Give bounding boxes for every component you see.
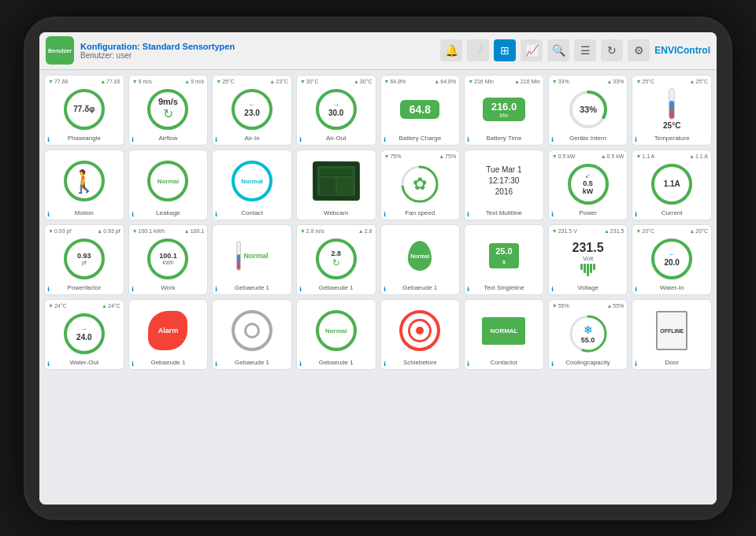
sensor-gebaeude1-c[interactable]: Normal Gebaeude 1 ℹ bbox=[380, 224, 461, 295]
door-body: OFFLINE bbox=[636, 305, 708, 357]
sensor-top-phase: ▼ 77.δδ ▲ 77.δδ bbox=[48, 79, 120, 84]
fan-info: ℹ bbox=[384, 211, 386, 218]
svg-rect-5 bbox=[320, 168, 353, 176]
contact-info: ℹ bbox=[215, 211, 217, 218]
airflow-info: ℹ bbox=[132, 136, 134, 143]
airflow-gauge: 9m/s ↻ bbox=[147, 89, 188, 130]
geba-info: ℹ bbox=[215, 286, 217, 293]
airin-info: ℹ bbox=[215, 136, 217, 143]
gebd-label: Gebaeude 1 bbox=[150, 359, 185, 366]
motion-display: 🚶 bbox=[64, 161, 105, 201]
airin-body: ← 23.0 bbox=[216, 86, 288, 133]
voltage-body: 231.5 Volt bbox=[552, 235, 624, 283]
sensor-schiebetore[interactable]: Schiebetore ℹ bbox=[380, 299, 461, 370]
sensor-current[interactable]: ▼ 1.1 A ▲ 1.1 A 1.1A Current ℹ bbox=[632, 150, 712, 220]
sensor-air-in[interactable]: ▼ 25°C ▲ 23°C ← 23.0 Air-In ℹ bbox=[212, 75, 292, 146]
airflow-value: 9m/s bbox=[158, 97, 178, 106]
geraete-label: Geräte Intern bbox=[569, 135, 606, 142]
work-gauge: 100.1 kWh bbox=[147, 238, 188, 279]
temp-value: 25°C bbox=[663, 121, 680, 130]
sensor-voltage[interactable]: ▼ 231.5 V ▲ 231.5 231.5 Volt bbox=[548, 224, 628, 295]
grid-icon[interactable]: ⊞ bbox=[494, 39, 516, 61]
header-toolbar: 🔔 ❔ ⊞ 📈 🔍 ☰ ↻ ⚙ ENVIControl bbox=[440, 39, 710, 61]
sensor-top-wo: ▼ 24°C ▲ 24°C bbox=[48, 303, 120, 309]
contact-display: Normal bbox=[232, 161, 272, 201]
sensor-contact[interactable]: Normal Contact ℹ bbox=[212, 150, 292, 220]
sensor-temperature[interactable]: ▼ 25°C ▲ 25°C 25°C Temperature ℹ bbox=[632, 75, 712, 146]
sensor-gebaeude1-f[interactable]: Normal Gebaeude 1 ℹ bbox=[296, 299, 376, 370]
gebb-value: 2.8 bbox=[331, 250, 341, 257]
svg-text:33%: 33% bbox=[580, 105, 597, 114]
gebf-info: ℹ bbox=[299, 360, 302, 368]
motion-body: 🚶 bbox=[48, 155, 120, 208]
single-info: ℹ bbox=[467, 286, 469, 293]
airout-gauge: → 30.0 bbox=[316, 89, 357, 130]
gebc-info: ℹ bbox=[384, 286, 386, 293]
battery-charge-display: 64.8 bbox=[400, 100, 439, 119]
sensor-airflow[interactable]: ▼ 9 m/s ▲ 9 m/s 9m/s ↻ Airflow ℹ bbox=[128, 75, 209, 146]
sensor-grid: ▼ 77.δδ ▲ 77.δδ 77.δφ Phaseangle ℹ ▼ 9 m… bbox=[44, 75, 712, 370]
list-icon[interactable]: ☰ bbox=[574, 39, 596, 61]
sensor-text-multiline[interactable]: Tue Mar 112:17:302016 Text Multiline ℹ bbox=[464, 150, 544, 220]
cool-label: Coolingcapacity bbox=[565, 359, 610, 366]
sensor-gebaeude1-e[interactable]: Gebaeude 1 ℹ bbox=[212, 299, 292, 370]
sensor-coolingcapacity[interactable]: ▼ 55% ▲ 55% ❄ 55.0 bbox=[548, 299, 628, 370]
search-icon[interactable]: 🔍 bbox=[547, 39, 569, 61]
sensor-powerfactor[interactable]: ▼ 0.93 pf ▲ 0.93 pf 0.93 pf Powerfactor … bbox=[44, 224, 124, 295]
leakage-info: ℹ bbox=[132, 211, 134, 218]
geba-thermo bbox=[236, 241, 241, 271]
sensor-gebaeude1-b[interactable]: ▼ 2.8 m/s ▲ 2.8 2.8 ↻ Gebaeude 1 ℹ bbox=[296, 224, 376, 295]
sensor-content[interactable]: ▼ 77.δδ ▲ 77.δδ 77.δφ Phaseangle ℹ ▼ 9 m… bbox=[39, 70, 717, 505]
sensor-power[interactable]: ▼ 0.5 kW ▲ 0.5 kW ↙ 0.5kW Power ℹ bbox=[548, 150, 628, 220]
sensor-phase-angle[interactable]: ▼ 77.δδ ▲ 77.δδ 77.δφ Phaseangle ℹ bbox=[44, 75, 124, 146]
sensor-door[interactable]: OFFLINE Door ℹ bbox=[632, 299, 712, 370]
airin-value: ← 23.0 bbox=[244, 101, 259, 117]
wi-info: ℹ bbox=[635, 286, 637, 293]
bell-icon[interactable]: 🔔 bbox=[440, 39, 462, 61]
gebe-label: Gebaeude 1 bbox=[235, 359, 269, 366]
sensor-top-current: ▼ 1.1 A ▲ 1.1 A bbox=[636, 153, 708, 159]
sensor-top-work: ▼ 100.1 kWh ▲ 100.1 bbox=[132, 228, 205, 234]
schiebe-label: Schiebetore bbox=[403, 359, 437, 366]
work-info: ℹ bbox=[132, 286, 134, 293]
geraete-info: ℹ bbox=[551, 136, 554, 143]
sensor-leakage[interactable]: Normal Leakage ℹ bbox=[128, 150, 209, 220]
phase-body: 77.δφ bbox=[48, 86, 120, 133]
refresh-icon[interactable]: ↻ bbox=[601, 39, 623, 61]
door-value: OFFLINE bbox=[660, 328, 684, 334]
gebc-drop-value: Normal bbox=[410, 253, 429, 259]
sensor-gebaeude1-a[interactable]: Normal Gebaeude 1 ℹ bbox=[212, 224, 292, 295]
sensor-motion[interactable]: 🚶 Motion ℹ bbox=[44, 150, 124, 220]
chart-icon[interactable]: 📈 bbox=[521, 39, 543, 61]
tablet-device: Benutzer Konfiguration: Standard Sensort… bbox=[24, 17, 732, 520]
sensor-top-airflow: ▼ 9 m/s ▲ 9 m/s bbox=[132, 79, 205, 84]
sensor-work[interactable]: ▼ 100.1 kWh ▲ 100.1 100.1 kWh Work ℹ bbox=[128, 224, 209, 295]
sensor-water-in[interactable]: ▼ 20°C ▲ 20°C ← 20.0 Water-In ℹ bbox=[632, 224, 712, 295]
sensor-water-out[interactable]: ▼ 24°C ▲ 24°C → 24.0 Water-Out ℹ bbox=[44, 299, 124, 370]
sensor-text-singleline[interactable]: 25.0s Text Singleline ℹ bbox=[464, 224, 544, 295]
gebc-display: Normal bbox=[408, 241, 432, 271]
power-info: ℹ bbox=[551, 211, 554, 218]
gebc-body: Normal bbox=[384, 230, 457, 283]
cool-value: 55.0 bbox=[581, 336, 595, 344]
settings-icon[interactable]: ⚙ bbox=[628, 39, 650, 61]
sensor-webcam[interactable]: Webcam bbox=[296, 150, 376, 220]
leakage-display: Normal bbox=[147, 161, 188, 201]
sensor-gebaeude1-d[interactable]: Alarm Gebaeude 1 ℹ bbox=[128, 299, 209, 370]
sensor-air-out[interactable]: ▼ 30°C ▲ 30°C → 30.0 Air-Out ℹ bbox=[296, 75, 376, 146]
battime-unit: Min bbox=[486, 113, 522, 118]
gebd-info: ℹ bbox=[132, 360, 134, 368]
webcam-svg bbox=[313, 162, 359, 200]
gebb-body: 2.8 ↻ bbox=[300, 235, 372, 283]
sensor-battery-charge[interactable]: ▼ 64.8% ▲ 64.8% 64.8 Battery Charge ℹ bbox=[380, 75, 461, 146]
single-body: 25.0s bbox=[468, 230, 540, 283]
batcharge-info: ℹ bbox=[384, 136, 386, 143]
info-icon[interactable]: ❔ bbox=[467, 39, 489, 61]
geraete-svg: 33% bbox=[567, 88, 610, 131]
sensor-battery-time[interactable]: ▼ 216 Min ▲ 216 Min 216.0 Min Battery Ti… bbox=[464, 75, 544, 146]
logo-button[interactable]: Benutzer bbox=[46, 36, 74, 65]
sensor-geraete-intern[interactable]: ▼ 33% ▲ 33% 33% Geräte Intern bbox=[548, 75, 628, 146]
cool-center: ❄ 55.0 bbox=[581, 323, 595, 344]
sensor-contactor[interactable]: NORMAL Contactor ℹ bbox=[464, 299, 544, 370]
sensor-fanspeed[interactable]: ▼ 75% ▲ 75% ✿ Fan speed ℹ bbox=[380, 150, 461, 220]
